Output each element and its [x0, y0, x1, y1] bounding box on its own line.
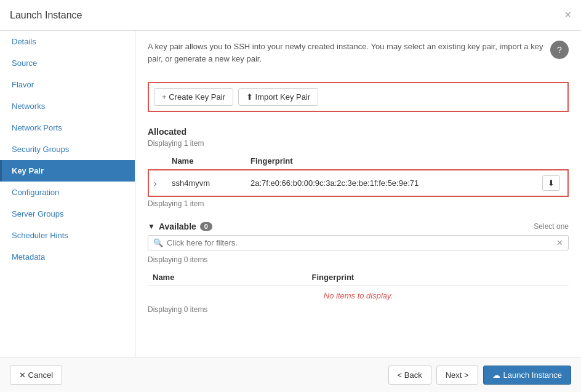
- no-items-text: No items to display.: [148, 286, 569, 306]
- allocated-displaying-bottom: Displaying 1 item: [148, 199, 569, 208]
- row-name: ssh4myvm: [167, 170, 246, 196]
- row-download-cell: ⬇: [537, 170, 568, 196]
- chevron-down-icon: ▼: [148, 222, 155, 231]
- select-one-label: Select one: [534, 222, 569, 231]
- sidebar-item-details[interactable]: Details: [0, 31, 135, 52]
- sidebar-item-scheduler-hints[interactable]: Scheduler Hints: [0, 225, 135, 246]
- download-key-button[interactable]: ⬇: [542, 175, 560, 191]
- allocated-col-name: Name: [167, 153, 246, 170]
- launch-instance-modal: Launch Instance × Details Source Flavor …: [0, 0, 581, 392]
- allocated-col-chevron: [148, 153, 167, 170]
- search-bar: 🔍 ✕: [148, 235, 569, 250]
- available-title: ▼ Available 0: [148, 222, 212, 231]
- sidebar-item-metadata[interactable]: Metadata: [0, 246, 135, 268]
- allocated-displaying-top: Displaying 1 item: [148, 139, 569, 148]
- clear-search-icon[interactable]: ✕: [556, 238, 563, 247]
- available-header: ▼ Available 0 Select one: [148, 222, 569, 231]
- available-table: Name Fingerprint No items to display.: [148, 269, 569, 305]
- info-row: A key pair allows you to SSH into your n…: [148, 41, 569, 73]
- allocated-col-action: [537, 153, 568, 170]
- next-button[interactable]: Next >: [436, 366, 478, 385]
- row-fingerprint: 2a:7f:e0:66:b0:00:9c:3a:2c:3e:be:1f:fe:5…: [246, 170, 537, 196]
- allocated-section: Allocated Displaying 1 item Name Fingerp…: [148, 127, 569, 213]
- available-col-fingerprint: Fingerprint: [307, 269, 569, 286]
- create-key-pair-button[interactable]: + Create Key Pair: [154, 88, 233, 106]
- key-pair-action-buttons: + Create Key Pair ⬆ Import Key Pair: [148, 82, 569, 112]
- modal-title: Launch Instance: [10, 10, 82, 21]
- available-section: ▼ Available 0 Select one 🔍 ✕ Displaying …: [148, 213, 569, 319]
- sidebar-item-source[interactable]: Source: [0, 52, 135, 74]
- allocated-col-fingerprint: Fingerprint: [246, 153, 537, 170]
- table-row: › ssh4myvm 2a:7f:e0:66:b0:00:9c:3a:2c:3e…: [148, 170, 568, 196]
- search-icon: 🔍: [153, 238, 163, 247]
- available-col-name: Name: [148, 269, 307, 286]
- allocated-title: Allocated: [148, 127, 569, 137]
- main-content: A key pair allows you to SSH into your n…: [135, 31, 581, 358]
- sidebar-item-network-ports[interactable]: Network Ports: [0, 117, 135, 138]
- modal-footer: ✕ Cancel < Back Next > ☁ Launch Instance: [0, 358, 581, 392]
- footer-left: ✕ Cancel: [10, 366, 62, 385]
- allocated-table: Name Fingerprint › ssh4myvm 2a:7f:e0:66:…: [148, 153, 569, 197]
- sidebar-item-flavor[interactable]: Flavor: [0, 74, 135, 95]
- close-button[interactable]: ×: [564, 9, 571, 22]
- footer-right: < Back Next > ☁ Launch Instance: [388, 366, 571, 385]
- back-button[interactable]: < Back: [388, 366, 431, 385]
- available-displaying-bottom: Displaying 0 items: [148, 305, 569, 314]
- modal-header: Launch Instance ×: [0, 0, 581, 31]
- row-chevron: ›: [148, 170, 167, 196]
- available-count-badge: 0: [200, 222, 212, 231]
- sidebar-item-key-pair[interactable]: Key Pair: [0, 160, 135, 182]
- sidebar-item-configuration[interactable]: Configuration: [0, 182, 135, 203]
- modal-body: Details Source Flavor Networks Network P…: [0, 31, 581, 358]
- cancel-button[interactable]: ✕ Cancel: [10, 366, 62, 385]
- sidebar-item-server-groups[interactable]: Server Groups: [0, 203, 135, 225]
- sidebar-item-security-groups[interactable]: Security Groups: [0, 138, 135, 160]
- sidebar: Details Source Flavor Networks Network P…: [0, 31, 135, 358]
- help-button[interactable]: ?: [550, 41, 569, 59]
- launch-instance-button[interactable]: ☁ Launch Instance: [483, 366, 571, 385]
- sidebar-item-networks[interactable]: Networks: [0, 95, 135, 117]
- info-text: A key pair allows you to SSH into your n…: [148, 41, 548, 65]
- available-displaying-top: Displaying 0 items: [148, 255, 569, 264]
- search-input[interactable]: [167, 238, 556, 247]
- cloud-icon: ☁: [492, 370, 500, 380]
- import-key-pair-button[interactable]: ⬆ Import Key Pair: [238, 88, 318, 106]
- table-row: No items to display.: [148, 286, 569, 306]
